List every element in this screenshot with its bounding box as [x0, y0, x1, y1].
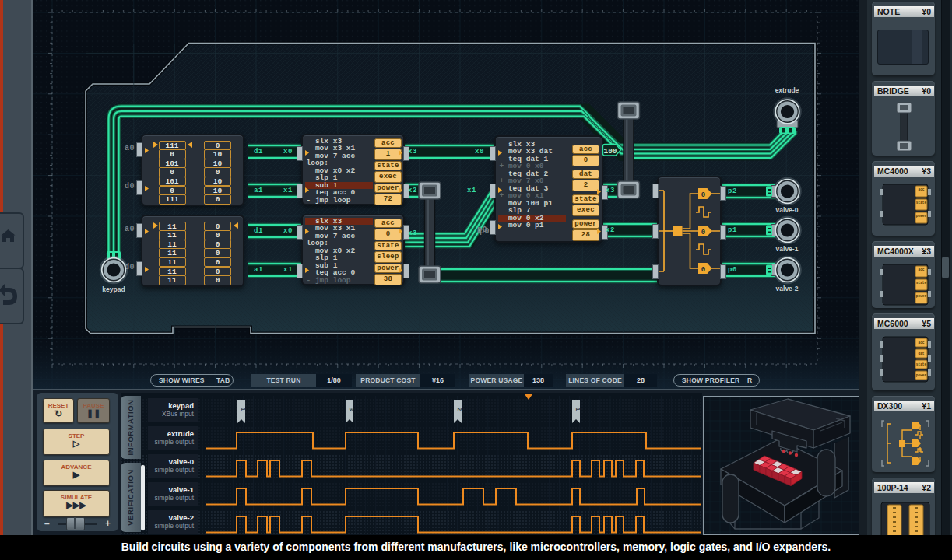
svg-text:acc: acc [918, 268, 924, 271]
svg-text:INFORMATION: INFORMATION [126, 400, 135, 456]
svg-text:1: 1 [574, 408, 581, 411]
svg-text:power: power [916, 373, 927, 377]
svg-text:1: 1 [240, 408, 247, 411]
svg-text:100: 100 [603, 147, 617, 156]
svg-text:power: power [916, 294, 927, 298]
svg-text:power: power [916, 214, 927, 218]
svg-text:state: state [916, 362, 927, 366]
svg-text:state: state [916, 281, 927, 285]
svg-text:3: 3 [348, 408, 355, 411]
svg-text:acc: acc [918, 341, 924, 345]
svg-text:acc: acc [918, 187, 924, 191]
svg-text:VERIFICATION: VERIFICATION [126, 469, 135, 525]
svg-text:2: 2 [456, 408, 463, 411]
svg-text:dat: dat [918, 352, 924, 355]
svg-text:state: state [916, 201, 927, 205]
